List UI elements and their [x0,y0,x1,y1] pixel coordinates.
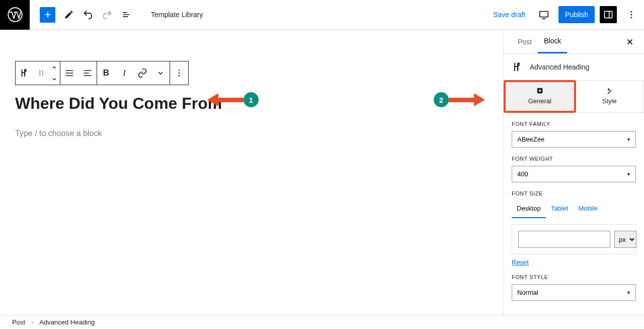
svg-point-7 [39,71,40,72]
breadcrumb-bar: Post › Advanced Heading [0,315,644,329]
breadcrumb-current[interactable]: Advanced Heading [39,318,95,326]
subtab-style-label: Style [602,97,617,105]
font-weight-label: FONT WEIGHT [512,156,636,162]
svg-point-12 [42,75,43,76]
advanced-heading-icon [512,61,524,73]
chevron-right-icon: › [31,318,33,326]
svg-point-6 [631,17,632,18]
options-menu-icon[interactable] [622,5,641,24]
reset-link[interactable]: Reset [512,258,529,266]
document-overview-icon[interactable] [117,5,136,24]
close-icon[interactable] [624,36,636,48]
font-style-label: FONT STYLE [512,274,636,280]
bold-icon[interactable]: B [97,61,115,85]
block-subtabs: General Style [504,80,644,113]
align-full-icon[interactable] [60,61,78,85]
font-size-section: FONT SIZE Desktop Tablet Mobile px Reset [504,190,644,274]
block-toolbar: B I [15,61,189,85]
block-placeholder[interactable]: Type / to choose a block [15,129,488,138]
block-name: Advanced Heading [530,63,589,71]
font-style-section: FONT STYLE Normal [504,274,644,309]
svg-point-14 [179,73,180,74]
block-type-icon[interactable] [16,61,34,85]
settings-sidebar: Post Block Advanced Heading General Styl… [503,30,644,315]
svg-point-8 [39,73,40,74]
style-icon [606,88,613,94]
template-library-link[interactable]: Template Library [151,11,203,19]
font-family-section: FONT FAMILY ABeeZee [504,113,644,156]
font-size-unit-select[interactable]: px [614,231,636,248]
annotation-arrow-2: 2 [434,92,485,107]
block-options-icon[interactable] [170,61,188,85]
sidebar-tabs: Post Block [504,30,644,54]
tab-block[interactable]: Block [538,30,567,53]
device-tab-mobile[interactable]: Mobile [573,201,602,218]
move-down-icon[interactable] [51,73,57,85]
block-header: Advanced Heading [504,54,644,80]
top-bar: Template Library Save draft Publish [0,0,644,30]
move-arrows [49,61,60,85]
annotation-badge-1: 1 [244,92,259,107]
svg-point-9 [39,75,40,76]
breadcrumb-root[interactable]: Post [12,318,25,326]
main-area: B I Where Did You Come From Type / to ch… [0,30,644,315]
device-tab-tablet[interactable]: Tablet [546,201,574,218]
settings-panel-toggle[interactable] [600,6,617,23]
subtab-general-label: General [528,97,551,105]
align-left-icon[interactable] [78,61,97,85]
general-icon [536,87,543,94]
svg-point-4 [631,11,632,13]
move-up-icon[interactable] [51,61,57,73]
more-formatting-icon[interactable] [151,61,170,85]
subtab-style[interactable]: Style [576,81,644,112]
svg-point-10 [42,71,43,72]
redo-icon[interactable] [98,5,117,24]
annotation-badge-2: 2 [434,92,449,107]
undo-icon[interactable] [78,5,98,24]
link-icon[interactable] [133,61,151,85]
save-draft-link[interactable]: Save draft [493,11,525,19]
svg-point-11 [42,73,43,74]
svg-point-13 [179,70,180,71]
publish-button[interactable]: Publish [558,6,595,23]
svg-point-5 [631,14,632,16]
drag-handle-icon[interactable] [34,61,49,85]
device-tabs: Desktop Tablet Mobile [512,201,636,218]
preview-icon[interactable] [534,5,553,24]
font-size-input[interactable] [518,231,610,248]
font-weight-select[interactable]: 400 [512,166,636,182]
font-weight-section: FONT WEIGHT 400 [504,156,644,190]
svg-point-15 [179,75,180,77]
edit-tool-icon[interactable] [59,5,78,24]
add-block-button[interactable] [40,7,55,23]
font-family-label: FONT FAMILY [512,121,636,127]
svg-rect-1 [540,12,548,17]
svg-rect-2 [605,11,612,18]
tab-post[interactable]: Post [512,31,538,53]
font-size-label: FONT SIZE [512,190,636,196]
font-family-select[interactable]: ABeeZee [512,131,636,148]
annotation-arrow-1: 1 [207,92,259,107]
subtab-general[interactable]: General [504,80,576,113]
wordpress-logo[interactable] [0,0,30,30]
italic-icon[interactable]: I [115,61,133,85]
device-tab-desktop[interactable]: Desktop [512,201,546,218]
editor-canvas[interactable]: B I Where Did You Come From Type / to ch… [0,30,503,315]
font-style-select[interactable]: Normal [512,284,636,301]
